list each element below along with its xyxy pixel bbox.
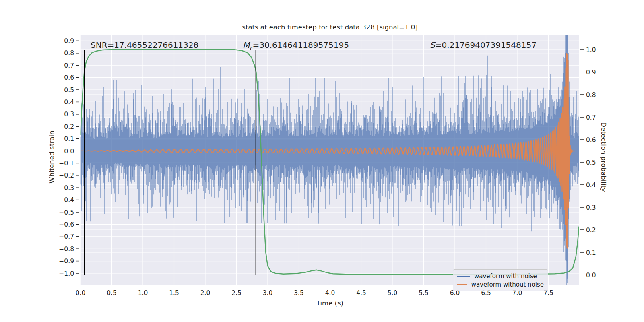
legend: waveform with noisewaveform without nois… — [453, 269, 548, 291]
x-tick-label: 5.0 — [388, 289, 398, 297]
y-right-tick-label: 1.0 — [586, 46, 596, 54]
y-left-tick-label: −0.5 — [59, 209, 74, 216]
y-right-tick-label: 0.2 — [586, 227, 596, 234]
legend-line-swatch — [457, 276, 470, 277]
x-tick-label: 2.0 — [200, 289, 211, 297]
y-left-tick-label: −0.2 — [59, 172, 74, 179]
y-left-tick-label: 0.0 — [64, 148, 74, 155]
y-left-tick-label: −0.3 — [59, 184, 74, 192]
x-tick-label: 0.5 — [107, 289, 117, 297]
y-right-tick-label: 0.5 — [586, 159, 596, 166]
annotation-snr: SNR=17.46552276611328 — [91, 40, 198, 50]
x-tick-label: 5.5 — [419, 289, 429, 297]
y-left-tick-label: 0.6 — [64, 74, 74, 81]
s-symbol: S — [430, 40, 435, 50]
x-tick-label: 3.5 — [294, 289, 304, 297]
y-left-tick-label: −0.1 — [59, 160, 74, 167]
y-left-tick-label: 0.3 — [64, 111, 74, 118]
y-right-tick-label: 0.0 — [586, 272, 596, 279]
chirp-mass-symbol: M — [243, 40, 250, 50]
annotation-chirp-mass: Mc=30.614641189575195 — [243, 40, 349, 51]
y-right-tick-label: 0.6 — [586, 136, 596, 144]
x-tick-label: 1.0 — [138, 289, 148, 297]
x-tick-label: 2.5 — [231, 289, 242, 297]
y-left-tick-label: −0.8 — [59, 246, 74, 253]
y-left-tick-label: 0.2 — [64, 123, 74, 130]
y-right-tick-label: 0.7 — [586, 114, 596, 121]
chart-title: stats at each timestep for test data 328… — [80, 23, 579, 31]
y-left-tick-label: 0.9 — [64, 37, 74, 45]
y-left-tick-label: 0.8 — [64, 50, 74, 57]
y-left-tick-label: 0.5 — [64, 87, 74, 94]
x-tick-label: 1.5 — [169, 289, 179, 297]
y-left-tick-label: −0.4 — [59, 196, 74, 204]
x-tick-label: 4.0 — [325, 289, 335, 297]
legend-item: waveform without noise — [457, 280, 544, 289]
x-tick-label: 0.0 — [76, 289, 86, 297]
y-left-tick-label: 0.4 — [64, 99, 74, 106]
y-left-tick-label: −0.9 — [59, 258, 74, 265]
s-value: =0.21769407391548157 — [435, 40, 537, 50]
y-right-tick-label: 0.9 — [586, 69, 596, 76]
y-right-tick-label: 0.1 — [586, 249, 596, 256]
y-right-tick-label: 0.8 — [586, 91, 596, 99]
y-axis-label-left: Whitened strain — [48, 130, 56, 183]
figure: 0.90.80.70.60.50.40.30.20.10.0−0.1−0.2−0… — [0, 0, 644, 322]
annotation-s-stat: S=0.21769407391548157 — [430, 40, 537, 50]
x-tick-label: 3.0 — [263, 289, 273, 297]
legend-item: waveform with noise — [457, 272, 544, 280]
x-axis-label: Time (s) — [80, 299, 579, 307]
y-left-tick-label: −0.7 — [59, 233, 74, 240]
y-left-tick-label: 0.7 — [64, 62, 74, 69]
y-left-tick-label: −1.0 — [59, 270, 74, 277]
x-tick-label: 4.5 — [356, 289, 366, 297]
legend-label: waveform with noise — [474, 272, 537, 280]
legend-label: waveform without noise — [471, 281, 544, 288]
y-left-tick-label: 0.1 — [64, 135, 74, 142]
legend-line-swatch — [457, 284, 467, 285]
chirp-mass-value: =30.614641189575195 — [252, 40, 349, 50]
y-right-tick-label: 0.4 — [586, 182, 596, 189]
y-axis-label-right: Detection probability — [600, 122, 607, 192]
y-right-tick-label: 0.3 — [586, 204, 596, 211]
y-left-tick-label: −0.6 — [59, 221, 74, 228]
